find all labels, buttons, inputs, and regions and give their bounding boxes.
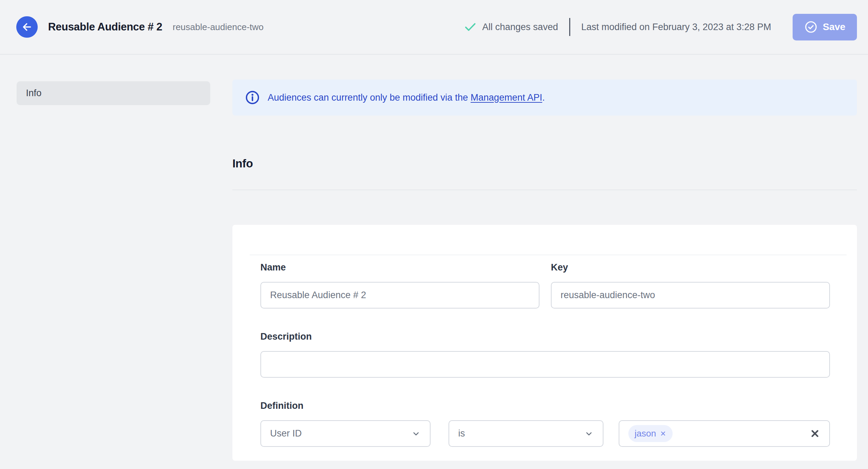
name-label: Name bbox=[260, 262, 539, 273]
sidebar-item-info[interactable]: Info bbox=[17, 81, 210, 105]
trait-select-value: User ID bbox=[270, 428, 302, 439]
page-title: Reusable Audience # 2 bbox=[48, 21, 162, 33]
operator-select-value: is bbox=[458, 428, 465, 439]
header: Reusable Audience # 2 reusable-audience-… bbox=[0, 0, 868, 55]
trait-select[interactable]: User ID bbox=[260, 420, 431, 447]
banner-text: Audiences can currently only be modified… bbox=[268, 92, 545, 103]
definition-row: User ID is bbox=[260, 420, 830, 447]
section-title: Info bbox=[232, 157, 857, 170]
info-circle-icon bbox=[245, 90, 260, 105]
check-icon bbox=[463, 20, 478, 34]
sidebar-item-label: Info bbox=[26, 88, 41, 99]
back-button[interactable] bbox=[16, 16, 38, 38]
page-slug: reusable-audience-two bbox=[173, 22, 264, 33]
management-api-link[interactable]: Management API bbox=[471, 92, 542, 103]
last-modified-text: Last modified on February 3, 2023 at 3:2… bbox=[581, 22, 771, 33]
back-arrow-icon bbox=[21, 21, 33, 33]
name-key-row: Name Key bbox=[260, 262, 830, 309]
save-button-label: Save bbox=[823, 21, 845, 33]
chevron-down-icon bbox=[584, 429, 594, 439]
sidebar: Info bbox=[17, 81, 210, 105]
name-field-group: Name bbox=[260, 262, 539, 309]
header-status: All changes saved Last modified on Febru… bbox=[463, 14, 857, 40]
circle-check-icon bbox=[804, 20, 818, 34]
chevron-down-icon bbox=[411, 429, 421, 439]
description-label: Description bbox=[260, 331, 830, 342]
definition-values-input[interactable]: jason bbox=[619, 420, 830, 447]
description-field-group: Description bbox=[260, 331, 830, 378]
section-divider bbox=[232, 190, 857, 190]
chip-remove-x-icon[interactable] bbox=[660, 430, 666, 437]
definition-field-group: Definition User ID is bbox=[260, 401, 830, 447]
banner-text-after: . bbox=[542, 92, 545, 103]
value-chip: jason bbox=[628, 425, 673, 442]
card-top-spacer bbox=[232, 225, 857, 255]
description-input[interactable] bbox=[260, 351, 830, 378]
main-content: Audiences can currently only be modified… bbox=[232, 80, 857, 461]
key-input[interactable] bbox=[551, 282, 830, 309]
operator-select[interactable]: is bbox=[449, 420, 603, 447]
status-saved-text: All changes saved bbox=[482, 22, 558, 33]
info-banner: Audiences can currently only be modified… bbox=[232, 80, 857, 116]
key-field-group: Key bbox=[551, 262, 830, 309]
key-label: Key bbox=[551, 262, 830, 273]
card-content: Name Key Description Definition User ID bbox=[232, 255, 857, 447]
clear-field-x-icon[interactable] bbox=[810, 428, 820, 439]
name-input[interactable] bbox=[260, 282, 539, 309]
definition-label: Definition bbox=[260, 401, 830, 411]
value-chip-label: jason bbox=[635, 428, 656, 439]
save-button[interactable]: Save bbox=[793, 14, 857, 40]
banner-text-before: Audiences can currently only be modified… bbox=[268, 92, 471, 103]
info-card: Name Key Description Definition User ID bbox=[232, 225, 857, 461]
header-divider bbox=[569, 18, 570, 36]
